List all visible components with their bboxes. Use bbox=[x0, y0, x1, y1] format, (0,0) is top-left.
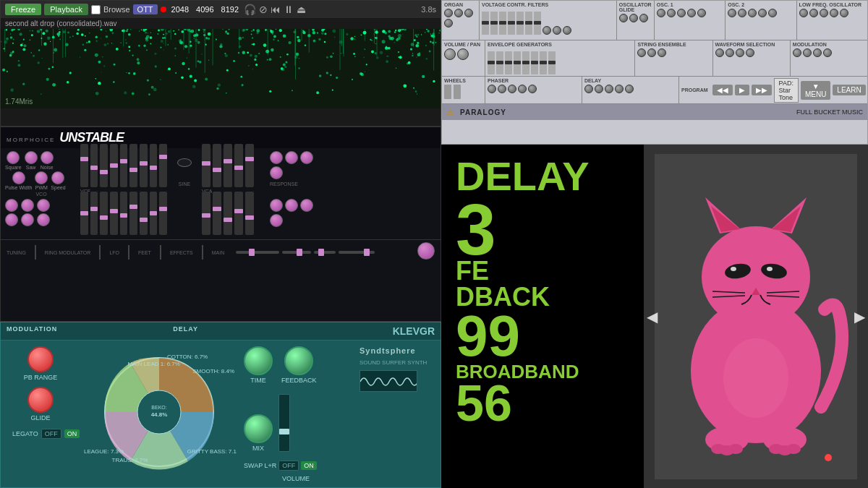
organ-knob-1[interactable] bbox=[444, 9, 453, 17]
mod-wheel[interactable] bbox=[454, 85, 461, 99]
organ-knob-2[interactable] bbox=[454, 9, 463, 17]
string-knob-1[interactable] bbox=[637, 48, 646, 57]
phaser-k5[interactable] bbox=[528, 85, 537, 93]
skip-back-icon[interactable]: ⏮ bbox=[271, 4, 281, 15]
fader-v-5[interactable] bbox=[516, 12, 524, 35]
glide-knob-1[interactable] bbox=[619, 14, 628, 22]
vca2-f4[interactable] bbox=[234, 192, 243, 235]
vca-fader-a[interactable] bbox=[202, 144, 210, 187]
freeze-button[interactable]: Freeze bbox=[5, 4, 41, 15]
env-fader-2[interactable] bbox=[496, 51, 503, 74]
vco2-pw[interactable] bbox=[5, 213, 18, 226]
env-fader-8[interactable] bbox=[548, 51, 556, 74]
fader-v-6[interactable] bbox=[525, 12, 532, 35]
osc1-knob-1[interactable] bbox=[657, 9, 665, 17]
phaser-k3[interactable] bbox=[508, 85, 516, 93]
env-fader-1[interactable] bbox=[488, 51, 495, 74]
fader-v-4[interactable] bbox=[508, 12, 515, 35]
delay-k3[interactable] bbox=[605, 85, 613, 93]
vcf2-f9[interactable] bbox=[159, 192, 167, 235]
legato-on[interactable]: ON bbox=[64, 429, 80, 438]
legato-off[interactable]: OFF bbox=[41, 429, 61, 439]
env-fader-3[interactable] bbox=[505, 51, 512, 74]
learn-btn[interactable]: LEARN bbox=[833, 85, 865, 95]
vco-pw-knob[interactable] bbox=[12, 171, 25, 184]
play-fwd-btn[interactable]: ▶▶ bbox=[752, 85, 772, 95]
eject-icon[interactable]: ⏏ bbox=[297, 4, 306, 15]
pb-range-knob[interactable] bbox=[27, 346, 54, 372]
main-volume-knob[interactable] bbox=[417, 242, 435, 260]
vcf2-f2[interactable] bbox=[90, 192, 98, 235]
fader-v-3[interactable] bbox=[499, 12, 506, 35]
phaser-k4[interactable] bbox=[518, 85, 527, 93]
phaser-k1[interactable] bbox=[488, 85, 496, 93]
vca-fader-level[interactable] bbox=[245, 144, 254, 187]
organ-knob-4[interactable] bbox=[444, 19, 453, 27]
mod-knob-1[interactable] bbox=[793, 48, 801, 57]
organ-knob-3[interactable] bbox=[464, 9, 473, 17]
vco2-speed[interactable] bbox=[37, 213, 50, 226]
vca2-f3[interactable] bbox=[224, 192, 232, 235]
resp2-vel[interactable] bbox=[285, 199, 298, 212]
glide-knob[interactable] bbox=[27, 387, 54, 413]
vcf-fader-a[interactable] bbox=[129, 144, 137, 187]
playback-button[interactable]: Playback bbox=[44, 4, 88, 15]
pitch-wheel[interactable] bbox=[444, 85, 451, 99]
resp-knob-key[interactable] bbox=[300, 151, 313, 164]
browse-checkbox[interactable] bbox=[91, 5, 101, 14]
vco-pwm-knob[interactable] bbox=[35, 171, 48, 184]
vcf2-f6[interactable] bbox=[129, 192, 137, 235]
waveform-knob-2[interactable] bbox=[726, 48, 734, 57]
delay-k1[interactable] bbox=[584, 85, 593, 93]
resp-knob-aft[interactable] bbox=[270, 166, 283, 179]
pause-icon[interactable]: ⏸ bbox=[284, 4, 294, 15]
vcf2-f8[interactable] bbox=[150, 192, 158, 235]
fader-v-1[interactable] bbox=[482, 12, 489, 35]
vca-fader-d[interactable] bbox=[213, 144, 221, 187]
feedback-knob[interactable] bbox=[284, 346, 313, 375]
mix-knob[interactable] bbox=[244, 414, 273, 443]
lfo-knob-3[interactable] bbox=[820, 9, 828, 17]
delay-k4[interactable] bbox=[615, 85, 624, 93]
vol-knob[interactable] bbox=[444, 48, 456, 60]
env-fader-5[interactable] bbox=[522, 51, 529, 74]
mod-knob-4[interactable] bbox=[823, 48, 832, 57]
vcf-knob-3[interactable] bbox=[563, 26, 571, 35]
vca2-f1[interactable] bbox=[202, 192, 210, 235]
paralogy-nav-right[interactable]: ▶ bbox=[854, 308, 865, 325]
osc2-knob-3[interactable] bbox=[748, 9, 757, 17]
resp2-vcf[interactable] bbox=[270, 199, 283, 212]
vcf-knob-1[interactable] bbox=[542, 26, 551, 35]
vcf-fader-res[interactable] bbox=[100, 144, 108, 187]
vco2-saw[interactable] bbox=[21, 199, 34, 212]
swap-off[interactable]: OFF bbox=[278, 461, 299, 471]
vco-knob-noise[interactable] bbox=[41, 151, 54, 164]
delay-k5[interactable] bbox=[625, 85, 634, 93]
vcf-fader-al[interactable] bbox=[120, 144, 128, 187]
play-back-btn[interactable]: ◀◀ bbox=[712, 85, 733, 95]
resp-knob-vcf[interactable] bbox=[270, 151, 283, 164]
vca2-f2[interactable] bbox=[213, 192, 221, 235]
time-knob[interactable] bbox=[244, 346, 273, 375]
pan-knob[interactable] bbox=[457, 48, 469, 60]
paralogy-nav-left[interactable]: ◀ bbox=[647, 308, 658, 325]
lfo-knob-5[interactable] bbox=[840, 9, 848, 17]
vcf2-f7[interactable] bbox=[140, 192, 148, 235]
value-2048[interactable]: 2048 bbox=[169, 5, 191, 14]
swap-on[interactable]: ON bbox=[301, 461, 317, 470]
glide-knob-2[interactable] bbox=[629, 14, 638, 22]
delay-k2[interactable] bbox=[595, 85, 603, 93]
lfo-knob-4[interactable] bbox=[830, 9, 838, 17]
waveform-knob-4[interactable] bbox=[746, 48, 754, 57]
volume-slider[interactable] bbox=[278, 394, 290, 452]
vca-fader-s[interactable] bbox=[224, 144, 232, 187]
vcf-fader-lpf[interactable] bbox=[90, 144, 98, 187]
osc2-knob-5[interactable] bbox=[768, 9, 777, 17]
env-fader-7[interactable] bbox=[540, 51, 547, 74]
osc1-knob-5[interactable] bbox=[697, 9, 706, 17]
mod-knob-3[interactable] bbox=[813, 48, 822, 57]
osc1-knob-2[interactable] bbox=[667, 9, 676, 17]
bottom-fader-1[interactable] bbox=[236, 251, 279, 254]
osc1-knob-4[interactable] bbox=[687, 9, 696, 17]
value-4096[interactable]: 4096 bbox=[194, 5, 216, 14]
